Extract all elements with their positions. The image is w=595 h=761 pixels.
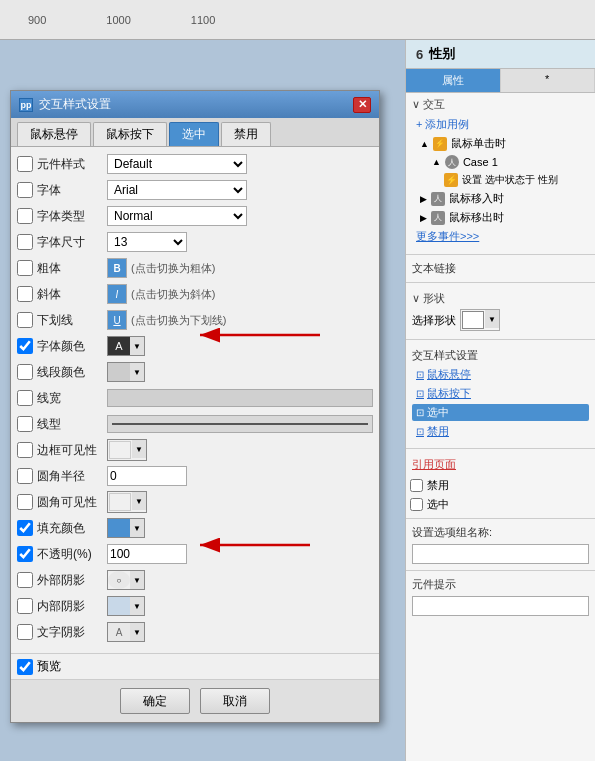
row-font-type: 字体类型 Normal xyxy=(17,205,373,227)
checkbox-italic[interactable] xyxy=(17,286,33,302)
element-hint-input[interactable] xyxy=(412,596,589,616)
checkbox-font-type[interactable] xyxy=(17,208,33,224)
link-selected[interactable]: ⊡ 选中 xyxy=(412,404,589,421)
underline-button[interactable]: U xyxy=(107,310,127,330)
ok-button[interactable]: 确定 xyxy=(120,688,190,714)
cancel-button[interactable]: 取消 xyxy=(200,688,270,714)
corner-visibility-select[interactable]: ▼ xyxy=(107,491,147,513)
checkbox-outer-shadow[interactable] xyxy=(17,572,33,588)
bold-button[interactable]: B xyxy=(107,258,127,278)
line-width-bar[interactable] xyxy=(107,389,373,407)
checkbox-component-style[interactable] xyxy=(17,156,33,172)
select-font[interactable]: Arial xyxy=(107,180,247,200)
add-use-case-button[interactable]: + 添加用例 xyxy=(412,115,589,134)
link-mouse-hover[interactable]: ⊡ 鼠标悬停 xyxy=(412,366,589,383)
more-events-link[interactable]: 更多事件>>> xyxy=(412,227,589,246)
divider-5 xyxy=(406,518,595,519)
settings-name-input[interactable] xyxy=(412,544,589,564)
triangle-icon: ▲ xyxy=(420,139,429,149)
checkbox-line-color[interactable] xyxy=(17,364,33,380)
control-opacity xyxy=(107,544,373,564)
line-type-bar[interactable] xyxy=(107,415,373,433)
control-font: Arial xyxy=(107,180,373,200)
checkbox-font-size[interactable] xyxy=(17,234,33,250)
interaction-section-header[interactable]: ∨ 交互 xyxy=(412,97,589,112)
dialog-close-button[interactable]: ✕ xyxy=(353,97,371,113)
tab-disabled[interactable]: 禁用 xyxy=(221,122,271,146)
label-outer-shadow: 外部阴影 xyxy=(37,572,107,589)
checkbox-preview[interactable] xyxy=(17,659,33,675)
checkbox-font-color[interactable] xyxy=(17,338,33,354)
row-line-color: 线段颜色 ▼ xyxy=(17,361,373,383)
selected-icon: ⊡ xyxy=(416,407,424,418)
panel-number: 6 xyxy=(416,47,423,62)
event-mouse-leave[interactable]: ▶ 人 鼠标移出时 xyxy=(416,208,589,227)
checkbox-corner-radius[interactable] xyxy=(17,468,33,484)
link-disabled[interactable]: ⊡ 禁用 xyxy=(412,423,589,440)
divider-2 xyxy=(406,282,595,283)
event-mouse-click[interactable]: ▲ ⚡ 鼠标单击时 xyxy=(416,134,589,153)
control-line-width xyxy=(107,389,373,407)
interaction-links: ⊡ 鼠标悬停 ⊡ 鼠标按下 ⊡ 选中 ⊡ 禁用 xyxy=(412,366,589,440)
text-link-label: 文本链接 xyxy=(406,259,595,278)
tab-mouse-hover[interactable]: 鼠标悬停 xyxy=(17,122,91,146)
cursor-icon: ⊡ xyxy=(416,369,424,380)
row-border-visibility: 边框可见性 ▼ xyxy=(17,439,373,461)
right-panel: 6 性别 属性 * ∨ 交互 + 添加用例 ▲ ⚡ xyxy=(405,40,595,761)
select-font-type[interactable]: Normal xyxy=(107,206,247,226)
checkbox-text-shadow[interactable] xyxy=(17,624,33,640)
label-bold: 粗体 xyxy=(37,260,107,277)
font-color-picker[interactable]: A ▼ xyxy=(107,336,145,356)
checkbox-font[interactable] xyxy=(17,182,33,198)
shape-selector[interactable]: ▼ xyxy=(460,309,500,331)
checkbox-inner-shadow[interactable] xyxy=(17,598,33,614)
checkbox-line-type[interactable] xyxy=(17,416,33,432)
reference-link[interactable]: 引用页面 xyxy=(412,458,456,470)
checkbox-row-disable: 禁用 xyxy=(406,476,595,495)
select-component-style[interactable]: Default xyxy=(107,154,247,174)
select-font-size[interactable]: 13 xyxy=(107,232,187,252)
inner-shadow-picker[interactable]: ▼ xyxy=(107,596,145,616)
control-font-type: Normal xyxy=(107,206,373,226)
checkbox-border-visibility[interactable] xyxy=(17,442,33,458)
control-font-color: A ▼ xyxy=(107,336,373,356)
row-fill-color: 填充颜色 ▼ xyxy=(17,517,373,539)
checkbox-underline[interactable] xyxy=(17,312,33,328)
checkbox-opacity[interactable] xyxy=(17,546,33,562)
link-mouse-down[interactable]: ⊡ 鼠标按下 xyxy=(412,385,589,402)
event-set-state[interactable]: ⚡ 设置 选中状态于 性别 xyxy=(440,171,589,189)
preview-row: 预览 xyxy=(11,653,379,679)
shape-select-row: 选择形状 ▼ xyxy=(412,309,589,331)
checkbox-select[interactable] xyxy=(410,498,423,511)
panel-tab-properties[interactable]: 属性 xyxy=(406,69,501,92)
outer-shadow-picker[interactable]: ○ ▼ xyxy=(107,570,145,590)
event-icon-mouse-enter: 人 xyxy=(431,192,445,206)
line-color-picker[interactable]: ▼ xyxy=(107,362,145,382)
interaction-style-dialog: pp 交互样式设置 ✕ 鼠标悬停 鼠标按下 选中 禁用 元件样式 Default xyxy=(10,90,380,723)
input-opacity[interactable] xyxy=(107,544,187,564)
fill-color-picker[interactable]: ▼ xyxy=(107,518,145,538)
control-font-size: 13 xyxy=(107,232,373,252)
checkbox-line-width[interactable] xyxy=(17,390,33,406)
panel-tab-star[interactable]: * xyxy=(501,69,596,92)
tab-selected[interactable]: 选中 xyxy=(169,122,219,146)
checkbox-bold[interactable] xyxy=(17,260,33,276)
label-font-type: 字体类型 xyxy=(37,208,107,225)
row-bold: 粗体 B (点击切换为粗体) xyxy=(17,257,373,279)
checkbox-disable[interactable] xyxy=(410,479,423,492)
dialog-app-icon: pp xyxy=(19,98,33,112)
event-mouse-enter[interactable]: ▶ 人 鼠标移入时 xyxy=(416,189,589,208)
text-shadow-picker[interactable]: A ▼ xyxy=(107,622,145,642)
checkbox-fill-color[interactable] xyxy=(17,520,33,536)
label-line-color: 线段颜色 xyxy=(37,364,107,381)
italic-button[interactable]: I xyxy=(107,284,127,304)
border-visibility-select[interactable]: ▼ xyxy=(107,439,147,461)
shape-section-header[interactable]: ∨ 形状 xyxy=(412,291,589,306)
checkbox-corner-visibility[interactable] xyxy=(17,494,33,510)
tab-mouse-down[interactable]: 鼠标按下 xyxy=(93,122,167,146)
input-corner-radius[interactable] xyxy=(107,466,187,486)
event-case1[interactable]: ▲ 人 Case 1 xyxy=(428,153,589,171)
preview-label: 预览 xyxy=(37,658,61,675)
events-tree: ▲ ⚡ 鼠标单击时 ▲ 人 Case 1 ⚡ xyxy=(416,134,589,227)
ruler-mark-3: 1100 xyxy=(191,14,215,26)
